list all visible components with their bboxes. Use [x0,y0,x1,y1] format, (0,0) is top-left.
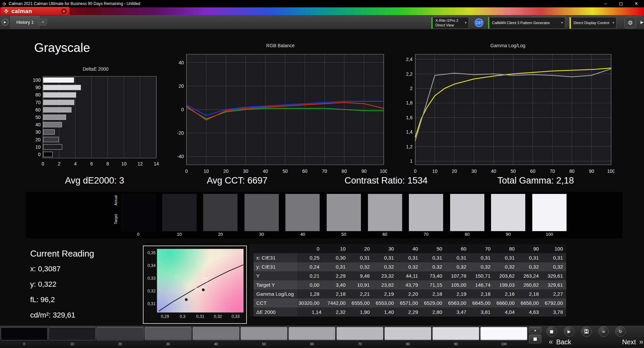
svg-text:90: 90 [361,168,367,174]
pattern-level-label: 0 [23,342,25,346]
svg-text:80: 80 [569,168,575,174]
table-cell: 4,04 [494,307,518,317]
chevron-down-icon: ▾ [463,21,467,25]
app-logo-icon [2,2,6,6]
save-button[interactable] [581,326,592,337]
meter-dropdown[interactable]: X-Rite i1Pro 2 Direct View ▾ [431,17,469,29]
svg-text:0: 0 [414,168,417,174]
deltae-bar [43,152,53,157]
svg-text:80: 80 [35,92,41,97]
table-row-label: x: CIE31 [252,253,297,262]
pattern-level-button-50[interactable] [240,327,287,340]
tab-history-1[interactable]: History 1 [9,15,41,29]
grayscale-patch-80 [450,194,485,231]
pattern-level-button-100[interactable] [480,327,527,340]
pattern-level-label: 50 [262,342,266,346]
pattern-level-label: 100 [501,342,507,346]
next-chevrons-icon: » [639,338,643,346]
pattern-level-button-60[interactable] [288,327,335,340]
table-cell: 7442,00 [325,298,349,307]
pattern-level-button-80[interactable] [384,327,431,340]
back-chevrons-icon: « [549,338,553,346]
table-column-header: 20 [349,244,373,253]
add-tab-button[interactable]: + [39,18,47,25]
grayscale-patch-label: 0 [137,232,139,237]
grayscale-patch-label: 70 [424,232,428,237]
pattern-window-button[interactable] [529,335,541,343]
table-cell: 2,80 [421,307,445,317]
stop-icon: ■ [550,329,553,334]
target-row-label: Target [114,214,118,224]
deltae-chart-widget: DeltaE 2000 0246810121410090807060504030… [31,66,160,176]
grayscale-patch-label: 30 [259,232,264,237]
next-button[interactable]: Next [622,338,636,346]
svg-text:50: 50 [282,168,288,174]
pattern-level-button-30[interactable] [145,327,192,340]
display-control-label: Direct Display Control [574,21,609,25]
pattern-level-label: 40 [214,342,218,346]
svg-text:40: 40 [491,168,496,174]
svg-text:70: 70 [322,168,327,174]
cie-x-tick-label: 0,33 [231,314,239,319]
table-cell: 30320,00 [297,298,325,307]
grayscale-patch-label: 10 [177,232,181,237]
table-row: x: CIE310,250,300,310,310,310,310,310,31… [252,253,566,262]
continuous-read-button[interactable]: ∞ [598,326,609,337]
table-cell: 0,31 [373,253,397,262]
pattern-window-icon [533,337,537,341]
table-cell: 329,61 [542,280,566,289]
display-control-dropdown[interactable]: Direct Display Control ▾ [570,17,616,29]
table-cell: 0,32 [373,262,397,271]
stop-button[interactable]: ■ [546,326,557,337]
panel-expand-button[interactable]: ▶ [641,20,643,24]
svg-text:2: 2 [410,86,413,91]
pattern-level-button-70[interactable] [336,327,383,340]
pattern-level-button-10[interactable] [49,327,96,340]
table-cell: 0,25 [297,253,325,262]
calman-menu-dropdown[interactable]: ▾ [61,8,67,14]
pattern-level-button-90[interactable] [432,327,479,340]
save-icon [584,329,589,334]
meter-status-badge[interactable]: 237 [475,18,483,27]
svg-text:20: 20 [178,83,184,89]
table-cell: 2,29 [397,307,421,317]
pattern-level-button-40[interactable] [193,327,239,340]
rgb-balance-chart-widget: RGB Balance 010203040506070809010040200-… [174,43,387,176]
layout-nav-button[interactable]: ▶ [2,19,8,25]
svg-text:90: 90 [35,85,41,90]
workflow-nav: « Back Next » [549,338,643,346]
svg-text:0: 0 [181,107,184,112]
table-cell: 1,28 [297,289,325,298]
deltae-bar [43,122,62,127]
play-button[interactable]: ▶ [564,326,574,337]
svg-text:60: 60 [302,168,308,174]
table-cell: 107,78 [445,271,470,280]
window-title: Calman 2021 Calman Ultimate for Business… [9,1,140,6]
current-reading-cdm2: cd/m²: 329,61 [30,311,75,320]
cie-chart-svg [157,249,244,312]
pattern-level-label: 70 [358,342,362,346]
minimize-button[interactable]: ─ [598,0,613,7]
svg-text:2: 2 [58,161,60,166]
refresh-button[interactable]: ↻ [615,326,626,337]
svg-text:10: 10 [204,168,209,174]
back-button[interactable]: Back [556,338,571,346]
pattern-generator-dropdown[interactable]: CalMAN Client 3 Pattern Generator ▾ [488,17,565,29]
pattern-popup-button[interactable]: ▲ [529,327,541,333]
calman-menu-button[interactable]: calman ▾ [1,7,70,16]
table-cell: 2,19 [445,289,470,298]
table-column-header: 80 [494,244,518,253]
close-button[interactable]: × [629,0,644,7]
table-column-header: 10 [325,244,349,253]
settings-button[interactable]: ⚙ [625,17,636,28]
pattern-level-button-20[interactable] [97,327,144,340]
pattern-level-button-0[interactable] [1,327,48,340]
maximize-button[interactable] [613,0,629,7]
table-cell: 4,63 [518,307,542,317]
pattern-window-controls: ▲ [529,327,541,345]
deltae-chart-title: DeltaE 2000 [31,66,160,74]
table-cell: 43,79 [397,280,421,289]
current-reading-x: x: 0,3087 [30,265,61,273]
grayscale-patch-40 [285,194,320,231]
table-column-header: 100 [542,244,566,253]
